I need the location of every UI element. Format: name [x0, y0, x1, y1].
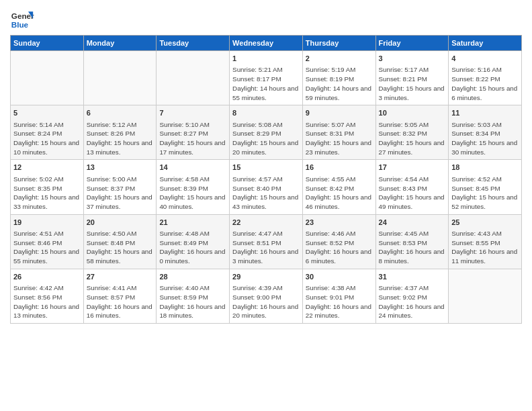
calendar-week-row: 12Sunrise: 5:02 AM Sunset: 8:35 PM Dayli…	[11, 160, 522, 214]
day-header-friday: Friday	[375, 36, 449, 51]
day-header-saturday: Saturday	[449, 36, 522, 51]
calendar-body: 1Sunrise: 5:21 AM Sunset: 8:17 PM Daylig…	[11, 51, 522, 324]
cell-details: Sunrise: 4:54 AM Sunset: 8:43 PM Dayligh…	[379, 175, 446, 212]
day-number: 18	[451, 163, 519, 173]
cell-details: Sunrise: 5:07 AM Sunset: 8:31 PM Dayligh…	[306, 120, 373, 157]
day-number: 23	[306, 218, 373, 228]
day-number: 15	[232, 163, 300, 173]
calendar-cell: 23Sunrise: 4:46 AM Sunset: 8:52 PM Dayli…	[302, 214, 375, 269]
cell-details: Sunrise: 4:39 AM Sunset: 9:00 PM Dayligh…	[232, 283, 300, 320]
cell-details: Sunrise: 5:00 AM Sunset: 8:37 PM Dayligh…	[87, 175, 154, 212]
cell-details: Sunrise: 4:40 AM Sunset: 8:59 PM Dayligh…	[159, 283, 226, 320]
calendar-cell: 18Sunrise: 4:52 AM Sunset: 8:45 PM Dayli…	[449, 160, 522, 214]
day-number: 12	[13, 163, 81, 173]
day-header-tuesday: Tuesday	[157, 36, 230, 51]
cell-details: Sunrise: 4:48 AM Sunset: 8:49 PM Dayligh…	[159, 229, 226, 266]
cell-details: Sunrise: 5:03 AM Sunset: 8:34 PM Dayligh…	[451, 120, 519, 157]
day-number: 3	[379, 54, 446, 64]
calendar-week-row: 5Sunrise: 5:14 AM Sunset: 8:24 PM Daylig…	[11, 105, 522, 160]
cell-details: Sunrise: 5:17 AM Sunset: 8:21 PM Dayligh…	[379, 65, 446, 102]
calendar-cell: 11Sunrise: 5:03 AM Sunset: 8:34 PM Dayli…	[449, 105, 522, 160]
day-number: 20	[87, 218, 154, 228]
day-number: 27	[87, 272, 154, 282]
calendar-cell: 1Sunrise: 5:21 AM Sunset: 8:17 PM Daylig…	[230, 51, 303, 105]
calendar-cell	[83, 51, 157, 105]
day-number: 7	[159, 108, 226, 118]
page-header: General Blue	[10, 7, 522, 31]
cell-details: Sunrise: 4:38 AM Sunset: 9:01 PM Dayligh…	[306, 283, 373, 320]
day-number: 31	[379, 272, 446, 282]
calendar-cell: 3Sunrise: 5:17 AM Sunset: 8:21 PM Daylig…	[375, 51, 449, 105]
calendar-cell	[449, 269, 522, 323]
day-number: 24	[379, 218, 446, 228]
cell-details: Sunrise: 5:02 AM Sunset: 8:35 PM Dayligh…	[13, 175, 81, 212]
calendar-cell: 31Sunrise: 4:37 AM Sunset: 9:02 PM Dayli…	[375, 269, 449, 323]
day-number: 14	[159, 163, 226, 173]
cell-details: Sunrise: 5:14 AM Sunset: 8:24 PM Dayligh…	[13, 120, 81, 157]
calendar-week-row: 1Sunrise: 5:21 AM Sunset: 8:17 PM Daylig…	[11, 51, 522, 105]
day-number: 26	[13, 272, 81, 282]
cell-details: Sunrise: 4:52 AM Sunset: 8:45 PM Dayligh…	[451, 175, 519, 212]
day-number: 22	[232, 218, 300, 228]
cell-details: Sunrise: 5:05 AM Sunset: 8:32 PM Dayligh…	[379, 120, 446, 157]
day-number: 10	[379, 108, 446, 118]
day-number: 2	[306, 54, 373, 64]
day-number: 17	[379, 163, 446, 173]
cell-details: Sunrise: 5:10 AM Sunset: 8:27 PM Dayligh…	[159, 120, 226, 157]
day-number: 28	[159, 272, 226, 282]
day-number: 25	[451, 218, 519, 228]
logo-icon: General Blue	[10, 7, 34, 31]
calendar-cell: 21Sunrise: 4:48 AM Sunset: 8:49 PM Dayli…	[157, 214, 230, 269]
calendar-cell: 27Sunrise: 4:41 AM Sunset: 8:57 PM Dayli…	[83, 269, 157, 323]
cell-details: Sunrise: 4:45 AM Sunset: 8:53 PM Dayligh…	[379, 229, 446, 266]
calendar-cell: 10Sunrise: 5:05 AM Sunset: 8:32 PM Dayli…	[375, 105, 449, 160]
cell-details: Sunrise: 4:47 AM Sunset: 8:51 PM Dayligh…	[232, 229, 300, 266]
day-number: 16	[306, 163, 373, 173]
day-number: 19	[13, 218, 81, 228]
calendar-cell: 19Sunrise: 4:51 AM Sunset: 8:46 PM Dayli…	[11, 214, 84, 269]
calendar-header-row: SundayMondayTuesdayWednesdayThursdayFrid…	[11, 36, 522, 51]
calendar-cell: 16Sunrise: 4:55 AM Sunset: 8:42 PM Dayli…	[302, 160, 375, 214]
calendar-table: SundayMondayTuesdayWednesdayThursdayFrid…	[10, 35, 522, 324]
calendar-cell: 22Sunrise: 4:47 AM Sunset: 8:51 PM Dayli…	[230, 214, 303, 269]
day-number: 4	[451, 54, 519, 64]
day-number: 6	[87, 108, 154, 118]
cell-details: Sunrise: 5:21 AM Sunset: 8:17 PM Dayligh…	[232, 65, 300, 102]
calendar-cell: 7Sunrise: 5:10 AM Sunset: 8:27 PM Daylig…	[157, 105, 230, 160]
day-number: 11	[451, 108, 519, 118]
day-number: 21	[159, 218, 226, 228]
cell-details: Sunrise: 4:42 AM Sunset: 8:56 PM Dayligh…	[13, 283, 81, 320]
cell-details: Sunrise: 4:57 AM Sunset: 8:40 PM Dayligh…	[232, 175, 300, 212]
day-number: 29	[232, 272, 300, 282]
day-number: 1	[232, 54, 300, 64]
day-number: 30	[306, 272, 373, 282]
cell-details: Sunrise: 5:19 AM Sunset: 8:19 PM Dayligh…	[306, 65, 373, 102]
cell-details: Sunrise: 5:12 AM Sunset: 8:26 PM Dayligh…	[87, 120, 154, 157]
day-header-thursday: Thursday	[302, 36, 375, 51]
calendar-cell: 17Sunrise: 4:54 AM Sunset: 8:43 PM Dayli…	[375, 160, 449, 214]
calendar-cell: 20Sunrise: 4:50 AM Sunset: 8:48 PM Dayli…	[83, 214, 157, 269]
calendar-cell: 30Sunrise: 4:38 AM Sunset: 9:01 PM Dayli…	[302, 269, 375, 323]
calendar-cell	[157, 51, 230, 105]
calendar-cell	[11, 51, 84, 105]
day-header-sunday: Sunday	[11, 36, 84, 51]
day-number: 13	[87, 163, 154, 173]
day-header-wednesday: Wednesday	[230, 36, 303, 51]
cell-details: Sunrise: 4:51 AM Sunset: 8:46 PM Dayligh…	[13, 229, 81, 266]
cell-details: Sunrise: 4:41 AM Sunset: 8:57 PM Dayligh…	[87, 283, 154, 320]
cell-details: Sunrise: 4:55 AM Sunset: 8:42 PM Dayligh…	[306, 175, 373, 212]
calendar-cell: 24Sunrise: 4:45 AM Sunset: 8:53 PM Dayli…	[375, 214, 449, 269]
svg-text:Blue: Blue	[11, 20, 29, 29]
calendar-cell: 25Sunrise: 4:43 AM Sunset: 8:55 PM Dayli…	[449, 214, 522, 269]
cell-details: Sunrise: 4:58 AM Sunset: 8:39 PM Dayligh…	[159, 175, 226, 212]
cell-details: Sunrise: 5:08 AM Sunset: 8:29 PM Dayligh…	[232, 120, 300, 157]
calendar-cell: 4Sunrise: 5:16 AM Sunset: 8:22 PM Daylig…	[449, 51, 522, 105]
calendar-week-row: 19Sunrise: 4:51 AM Sunset: 8:46 PM Dayli…	[11, 214, 522, 269]
calendar-cell: 15Sunrise: 4:57 AM Sunset: 8:40 PM Dayli…	[230, 160, 303, 214]
calendar-cell: 5Sunrise: 5:14 AM Sunset: 8:24 PM Daylig…	[11, 105, 84, 160]
day-header-monday: Monday	[83, 36, 157, 51]
cell-details: Sunrise: 4:37 AM Sunset: 9:02 PM Dayligh…	[379, 283, 446, 320]
cell-details: Sunrise: 5:16 AM Sunset: 8:22 PM Dayligh…	[451, 65, 519, 102]
calendar-cell: 6Sunrise: 5:12 AM Sunset: 8:26 PM Daylig…	[83, 105, 157, 160]
calendar-week-row: 26Sunrise: 4:42 AM Sunset: 8:56 PM Dayli…	[11, 269, 522, 323]
